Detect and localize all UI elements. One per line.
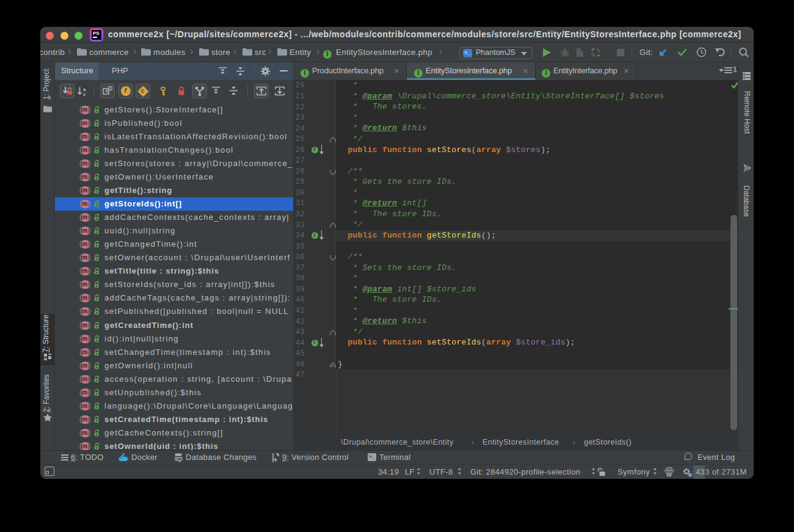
svg-text:z: z (83, 92, 86, 97)
